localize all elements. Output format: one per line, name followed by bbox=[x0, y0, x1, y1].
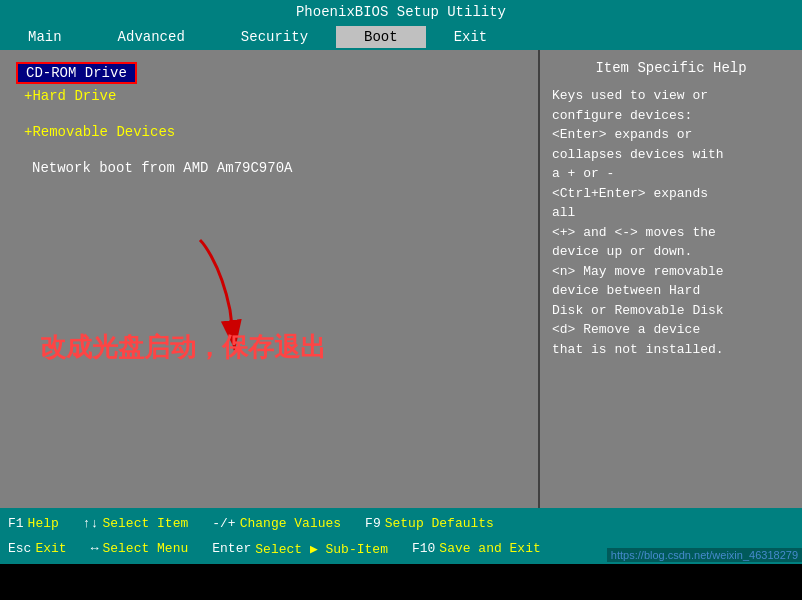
help-line: Disk or Removable Disk bbox=[552, 303, 724, 318]
help-line: device between Hard bbox=[552, 283, 700, 298]
boot-item-1[interactable]: +Hard Drive bbox=[16, 88, 522, 104]
boot-item-3[interactable]: Network boot from AMD Am79C970A bbox=[16, 160, 522, 176]
help-line: collapses devices with bbox=[552, 147, 724, 162]
footer-desc: Help bbox=[28, 516, 59, 531]
annotation-text: 改成光盘启动，保存退出 bbox=[40, 330, 326, 365]
help-title: Item Specific Help bbox=[552, 60, 790, 76]
footer-desc: Select Item bbox=[102, 516, 188, 531]
footer-desc: Select Menu bbox=[102, 541, 188, 556]
footer-key: Esc bbox=[8, 541, 31, 556]
footer-key: F1 bbox=[8, 516, 24, 531]
help-text: Keys used to view orconfigure devices:<E… bbox=[552, 86, 790, 359]
footer-key: ↑↓ bbox=[83, 516, 99, 531]
help-line: all bbox=[552, 205, 575, 220]
footer-desc: Save and Exit bbox=[439, 541, 540, 556]
footer-key: F9 bbox=[365, 516, 381, 531]
help-line: <Enter> expands or bbox=[552, 127, 692, 142]
footer-desc: Select ▶ Sub-Item bbox=[255, 541, 388, 557]
watermark: https://blog.csdn.net/weixin_46318279 bbox=[607, 548, 802, 562]
footer-key: Enter bbox=[212, 541, 251, 556]
right-panel: Item Specific Help Keys used to view orc… bbox=[538, 50, 802, 508]
help-line: <+> and <-> moves the bbox=[552, 225, 716, 240]
footer-desc: Setup Defaults bbox=[385, 516, 494, 531]
boot-item-2[interactable]: +Removable Devices bbox=[16, 124, 522, 140]
footer-desc: Exit bbox=[35, 541, 66, 556]
help-line: device up or down. bbox=[552, 244, 692, 259]
footer-key: F10 bbox=[412, 541, 435, 556]
menu-bar: MainAdvancedSecurityBootExit bbox=[0, 24, 802, 50]
left-panel: CD-ROM Drive+Hard Drive+Removable Device… bbox=[0, 50, 538, 508]
help-line: that is not installed. bbox=[552, 342, 724, 357]
menu-item-advanced[interactable]: Advanced bbox=[90, 26, 213, 48]
boot-list: CD-ROM Drive+Hard Drive+Removable Device… bbox=[16, 62, 522, 196]
title-bar: PhoenixBIOS Setup Utility bbox=[0, 0, 802, 24]
help-line: configure devices: bbox=[552, 108, 692, 123]
footer-key: ↔ bbox=[91, 541, 99, 556]
footer-desc: Change Values bbox=[240, 516, 341, 531]
main-content: CD-ROM Drive+Hard Drive+Removable Device… bbox=[0, 50, 802, 508]
footer-row-0: F1Help↑↓Select Item-/+Change ValuesF9Set… bbox=[8, 511, 794, 536]
app-title: PhoenixBIOS Setup Utility bbox=[296, 4, 506, 20]
help-line: <d> Remove a device bbox=[552, 322, 700, 337]
boot-item-0[interactable]: CD-ROM Drive bbox=[16, 62, 137, 84]
help-line: a + or - bbox=[552, 166, 614, 181]
menu-item-boot[interactable]: Boot bbox=[336, 26, 426, 48]
help-line: <Ctrl+Enter> expands bbox=[552, 186, 708, 201]
help-line: Keys used to view or bbox=[552, 88, 708, 103]
menu-item-exit[interactable]: Exit bbox=[426, 26, 516, 48]
help-line: <n> May move removable bbox=[552, 264, 724, 279]
menu-item-security[interactable]: Security bbox=[213, 26, 336, 48]
menu-item-main[interactable]: Main bbox=[0, 26, 90, 48]
footer-key: -/+ bbox=[212, 516, 235, 531]
